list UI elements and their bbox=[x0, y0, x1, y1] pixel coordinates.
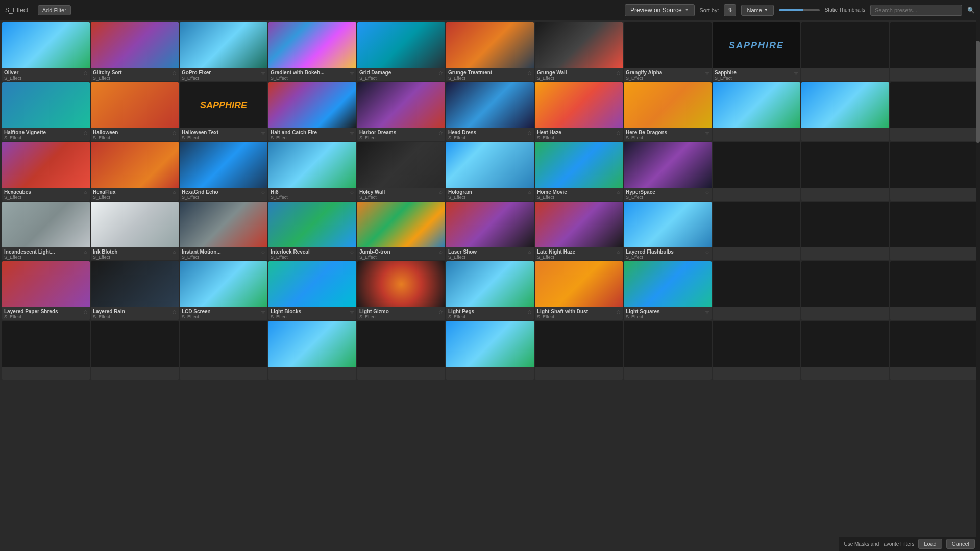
effect-item[interactable]: Late Night Haze S_Effect ☆ bbox=[535, 202, 623, 260]
star-icon[interactable]: ☆ bbox=[705, 309, 709, 315]
star-icon[interactable]: ☆ bbox=[705, 190, 709, 195]
effect-item[interactable] bbox=[357, 321, 445, 380]
star-icon[interactable]: ☆ bbox=[616, 190, 621, 195]
effect-item[interactable]: Light Blocks S_Effect ☆ bbox=[268, 261, 356, 320]
effect-item[interactable]: SAPPHIRE Halloween Text S_Effect ☆ bbox=[180, 82, 267, 141]
effect-item[interactable] bbox=[446, 321, 534, 380]
star-icon[interactable]: ☆ bbox=[616, 70, 621, 76]
star-icon[interactable]: ☆ bbox=[350, 309, 354, 315]
effect-item[interactable]: Here Be Dragons S_Effect ☆ bbox=[624, 82, 712, 141]
effect-item[interactable] bbox=[801, 22, 889, 81]
effect-item[interactable] bbox=[890, 202, 978, 260]
effect-item[interactable]: HexaGrid Echo S_Effect ☆ bbox=[180, 142, 267, 201]
effect-item[interactable]: Grid Damage S_Effect ☆ bbox=[357, 22, 445, 81]
effect-item[interactable]: Grunge Wall S_Effect ☆ bbox=[535, 22, 623, 81]
effect-item[interactable] bbox=[2, 321, 90, 380]
star-icon[interactable]: ☆ bbox=[172, 130, 177, 136]
load-button[interactable]: Load bbox=[918, 539, 942, 549]
name-dropdown[interactable]: Name bbox=[741, 5, 773, 16]
star-icon[interactable]: ☆ bbox=[527, 130, 532, 136]
effect-item[interactable] bbox=[713, 321, 800, 380]
star-icon[interactable]: ☆ bbox=[172, 190, 177, 195]
star-icon[interactable]: ☆ bbox=[616, 309, 621, 315]
star-icon[interactable]: ☆ bbox=[527, 249, 532, 255]
effect-item[interactable]: Halt and Catch Fire S_Effect ☆ bbox=[268, 82, 356, 141]
star-icon[interactable]: ☆ bbox=[705, 249, 709, 255]
effect-item[interactable]: Oliver S_Effect ☆ bbox=[2, 22, 90, 81]
star-icon[interactable]: ☆ bbox=[261, 249, 265, 255]
star-icon[interactable]: ☆ bbox=[527, 70, 532, 76]
star-icon[interactable]: ☆ bbox=[261, 190, 265, 195]
effect-item[interactable]: Ink Blotch S_Effect ☆ bbox=[91, 202, 179, 260]
effect-item[interactable] bbox=[890, 261, 978, 320]
effect-item[interactable] bbox=[91, 321, 179, 380]
effect-item[interactable]: Layered Rain S_Effect ☆ bbox=[91, 261, 179, 320]
effect-item[interactable]: Light Shaft with Dust S_Effect ☆ bbox=[535, 261, 623, 320]
effect-item[interactable]: Gradient with Bokeh... S_Effect ☆ bbox=[268, 22, 356, 81]
star-icon[interactable]: ☆ bbox=[350, 190, 354, 195]
star-icon[interactable]: ☆ bbox=[705, 130, 709, 136]
scrollbar[interactable] bbox=[976, 20, 980, 551]
effect-item[interactable] bbox=[268, 321, 356, 380]
star-icon[interactable]: ☆ bbox=[527, 190, 532, 195]
effect-item[interactable]: SAPPHIRE Sapphire S_Effect ☆ bbox=[713, 22, 800, 81]
effect-item[interactable]: HyperSpace S_Effect ☆ bbox=[624, 142, 712, 201]
star-icon[interactable]: ☆ bbox=[83, 249, 88, 255]
effect-item[interactable] bbox=[890, 321, 978, 380]
effect-item[interactable] bbox=[713, 261, 800, 320]
effect-item[interactable]: LCD Screen S_Effect ☆ bbox=[180, 261, 267, 320]
effect-item[interactable] bbox=[890, 82, 978, 141]
effect-item[interactable] bbox=[801, 82, 889, 141]
preview-dropdown[interactable]: Preview on Source bbox=[625, 4, 695, 16]
star-icon[interactable]: ☆ bbox=[350, 70, 354, 76]
add-filter-button[interactable]: Add Filter bbox=[38, 5, 71, 15]
effect-item[interactable] bbox=[801, 202, 889, 260]
effect-item[interactable]: Head Dress S_Effect ☆ bbox=[446, 82, 534, 141]
effect-item[interactable]: Layered Paper Shreds S_Effect ☆ bbox=[2, 261, 90, 320]
effect-item[interactable] bbox=[713, 142, 800, 201]
scrollbar-thumb[interactable] bbox=[976, 41, 980, 143]
effect-item[interactable]: Incandescent Light... S_Effect ☆ bbox=[2, 202, 90, 260]
effect-item[interactable]: Grunge Treatment S_Effect ☆ bbox=[446, 22, 534, 81]
effect-item[interactable]: Halftone Vignette S_Effect ☆ bbox=[2, 82, 90, 141]
effect-item[interactable]: Halloween S_Effect ☆ bbox=[91, 82, 179, 141]
effect-item[interactable]: GoPro Fixer S_Effect ☆ bbox=[180, 22, 267, 81]
effect-item[interactable]: Jumb-O-tron S_Effect ☆ bbox=[357, 202, 445, 260]
star-icon[interactable]: ☆ bbox=[83, 309, 88, 315]
sort-icon[interactable]: ⇅ bbox=[724, 4, 736, 16]
star-icon[interactable]: ☆ bbox=[438, 249, 443, 255]
star-icon[interactable]: ☆ bbox=[350, 249, 354, 255]
effect-item[interactable]: Light Gizmo S_Effect ☆ bbox=[357, 261, 445, 320]
effect-item[interactable]: Light Pegs S_Effect ☆ bbox=[446, 261, 534, 320]
effect-item[interactable]: Instant Motion... S_Effect ☆ bbox=[180, 202, 267, 260]
effect-item[interactable] bbox=[180, 321, 267, 380]
star-icon[interactable]: ☆ bbox=[794, 70, 798, 76]
effect-item[interactable] bbox=[713, 82, 800, 141]
effect-item[interactable] bbox=[624, 321, 712, 380]
star-icon[interactable]: ☆ bbox=[527, 309, 532, 315]
star-icon[interactable]: ☆ bbox=[172, 70, 177, 76]
star-icon[interactable]: ☆ bbox=[83, 130, 88, 136]
effect-item[interactable] bbox=[801, 321, 889, 380]
star-icon[interactable]: ☆ bbox=[261, 130, 265, 136]
star-icon[interactable]: ☆ bbox=[350, 130, 354, 136]
cancel-button[interactable]: Cancel bbox=[946, 539, 975, 549]
effect-item[interactable]: Laser Show S_Effect ☆ bbox=[446, 202, 534, 260]
star-icon[interactable]: ☆ bbox=[172, 249, 177, 255]
effect-item[interactable]: HexaFlux S_Effect ☆ bbox=[91, 142, 179, 201]
size-slider[interactable] bbox=[779, 9, 820, 11]
search-input[interactable] bbox=[870, 5, 962, 16]
effect-item[interactable]: Harbor Dreams S_Effect ☆ bbox=[357, 82, 445, 141]
star-icon[interactable]: ☆ bbox=[438, 309, 443, 315]
star-icon[interactable]: ☆ bbox=[83, 70, 88, 76]
effect-item[interactable]: Home Movie S_Effect ☆ bbox=[535, 142, 623, 201]
star-icon[interactable]: ☆ bbox=[616, 130, 621, 136]
star-icon[interactable]: ☆ bbox=[261, 70, 265, 76]
effect-item[interactable] bbox=[890, 142, 978, 201]
star-icon[interactable]: ☆ bbox=[83, 190, 88, 195]
effect-item[interactable]: Hexacubes S_Effect ☆ bbox=[2, 142, 90, 201]
star-icon[interactable]: ☆ bbox=[438, 130, 443, 136]
star-icon[interactable]: ☆ bbox=[172, 309, 177, 315]
effect-item[interactable]: Holey Wall S_Effect ☆ bbox=[357, 142, 445, 201]
effect-item[interactable]: Layered Flashbulbs S_Effect ☆ bbox=[624, 202, 712, 260]
